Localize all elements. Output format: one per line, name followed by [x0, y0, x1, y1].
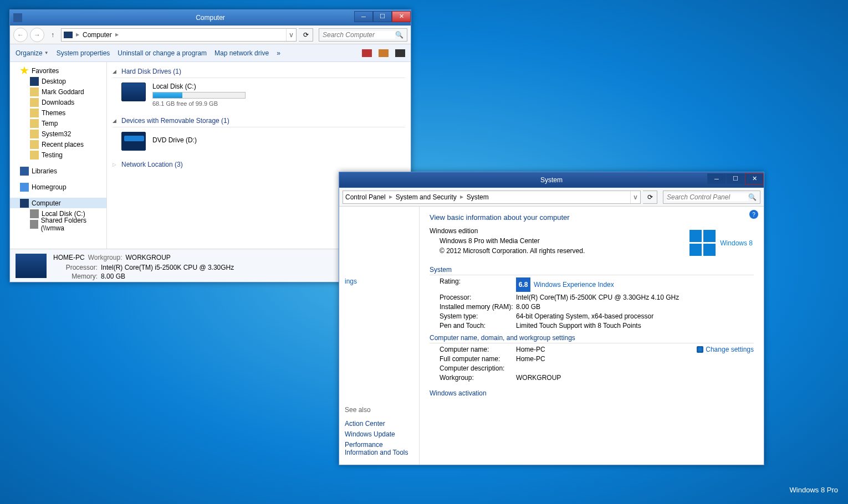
minimize-button[interactable]: ─	[354, 11, 373, 22]
system-section-header: System	[430, 266, 754, 275]
link-action-center[interactable]: Action Center	[345, 420, 413, 428]
windows-flag-icon	[689, 230, 716, 256]
forward-button[interactable]: →	[30, 28, 44, 42]
nav-user[interactable]: Mark Goddard	[10, 86, 106, 97]
drive-c[interactable]: Local Disk (C:) 68.1 GB free of 99.9 GB	[121, 83, 405, 107]
toolbar-icon-1[interactable]	[362, 49, 372, 57]
overflow-button[interactable]: »	[277, 49, 280, 57]
wg-value: WORKGROUP	[516, 374, 561, 382]
wei-link[interactable]: Windows Experience Index	[534, 281, 614, 289]
minimize-button[interactable]: ─	[707, 173, 726, 184]
computer-icon	[20, 199, 29, 208]
nav-desktop[interactable]: Desktop	[10, 76, 106, 86]
user-icon	[30, 88, 39, 96]
computer-thumb-icon	[16, 254, 47, 278]
desktop-icon	[30, 77, 39, 86]
close-button[interactable]: ✕	[392, 11, 411, 22]
maximize-button[interactable]: ☐	[373, 11, 392, 22]
help-button[interactable]: ?	[749, 210, 758, 219]
breadcrumb-1[interactable]: Control Panel	[343, 191, 388, 203]
chevron-right-icon[interactable]: ▶	[388, 194, 394, 199]
refresh-button[interactable]: ⟳	[299, 28, 313, 42]
breadcrumb-computer[interactable]: Computer	[80, 29, 114, 41]
computer-icon	[62, 29, 75, 41]
breadcrumb-3[interactable]: System	[464, 191, 491, 203]
section-hdd[interactable]: ◢Hard Disk Drives (1)	[113, 65, 405, 78]
search-box[interactable]: 🔍	[663, 191, 760, 204]
nav-libraries[interactable]: Libraries	[10, 166, 106, 176]
desktop-watermark: Windows 8 Pro	[790, 486, 838, 494]
address-dropdown[interactable]: v	[286, 29, 296, 41]
link-windows-update[interactable]: Windows Update	[345, 430, 413, 438]
titlebar[interactable]: System ─ ☐ ✕	[339, 172, 764, 188]
address-dropdown[interactable]: v	[630, 191, 640, 203]
side-panel: ings See also Action Center Windows Upda…	[339, 207, 420, 465]
nav-temp[interactable]: Temp	[10, 118, 106, 128]
nav-testing[interactable]: Testing	[10, 150, 106, 160]
systype-value: 64-bit Operating System, x64-based proce…	[516, 312, 653, 320]
nav-shared[interactable]: Shared Folders (\\vmwa	[10, 219, 106, 229]
hdd-icon	[121, 83, 146, 101]
nav-system32[interactable]: System32	[10, 128, 106, 139]
processor-value: Intel(R) Core(TM) i5-2500K CPU @ 3.30GHz…	[516, 294, 679, 301]
truncated-link[interactable]: ings	[345, 277, 413, 285]
collapse-icon: ◢	[113, 69, 118, 74]
close-button[interactable]: ✕	[745, 173, 764, 184]
maximize-button[interactable]: ☐	[726, 173, 745, 184]
chevron-right-icon[interactable]: ▶	[459, 194, 464, 199]
recent-icon	[30, 140, 39, 149]
libraries-icon	[20, 167, 29, 176]
titlebar[interactable]: Computer ─ ☐ ✕	[10, 10, 411, 25]
nav-favorites[interactable]: Favorites	[10, 65, 106, 76]
nav-downloads[interactable]: Downloads	[10, 97, 106, 107]
window-controls: ─ ☐ ✕	[354, 13, 411, 22]
folder-icon	[30, 151, 39, 160]
shield-icon	[697, 346, 703, 353]
network-drive-icon	[30, 220, 38, 229]
homegroup-icon	[20, 183, 29, 192]
system-main: ? View basic information about your comp…	[420, 207, 764, 465]
address-bar[interactable]: ▶ Computer ▶ v	[61, 28, 297, 42]
ram-label: Installed memory (RAM):	[440, 303, 516, 311]
map-drive-button[interactable]: Map network drive	[214, 49, 269, 57]
workgroup-label: Workgroup:	[88, 254, 122, 261]
breadcrumb-2[interactable]: System and Security	[394, 191, 459, 203]
search-icon: 🔍	[748, 193, 757, 201]
organize-menu[interactable]: Organize ▼	[16, 49, 49, 57]
nav-toolbar: Control Panel ▶ System and Security ▶ Sy…	[339, 188, 764, 207]
uninstall-button[interactable]: Uninstall or change a program	[118, 49, 207, 57]
search-input[interactable]	[323, 31, 395, 39]
section-network[interactable]: ▷Network Location (3)	[113, 158, 405, 171]
drive-dvd[interactable]: DVD Drive (D:)	[121, 132, 405, 151]
address-bar[interactable]: Control Panel ▶ System and Security ▶ Sy…	[343, 191, 641, 204]
nav-homegroup[interactable]: Homegroup	[10, 182, 106, 192]
section-removable[interactable]: ◢Devices with Removable Storage (1)	[113, 115, 405, 127]
system-properties-button[interactable]: System properties	[57, 49, 110, 57]
change-settings-link[interactable]: Change settings	[697, 346, 754, 353]
drive-name: DVD Drive (D:)	[152, 136, 197, 144]
ram-value: 8.00 GB	[516, 303, 540, 311]
toolbar-icon-2[interactable]	[379, 49, 389, 57]
rating-label: Rating:	[440, 277, 516, 292]
preview-pane-button[interactable]	[395, 49, 405, 57]
chevron-right-icon[interactable]: ▶	[114, 32, 120, 37]
folder-icon	[30, 98, 39, 107]
link-perf-info[interactable]: Performance Information and Tools	[345, 441, 413, 456]
pen-label: Pen and Touch:	[440, 322, 516, 330]
windows-logo-text: Windows 8	[720, 239, 753, 247]
star-icon	[20, 66, 29, 75]
windows-logo: Windows 8	[689, 230, 753, 256]
memory-label: Memory:	[53, 272, 98, 280]
nav-computer[interactable]: Computer	[10, 198, 106, 208]
search-box[interactable]: 🔍	[319, 28, 407, 42]
up-button[interactable]: ↑	[47, 29, 59, 41]
search-input[interactable]	[667, 193, 748, 201]
nav-themes[interactable]: Themes	[10, 107, 106, 118]
command-bar: Organize ▼ System properties Uninstall o…	[10, 44, 411, 62]
chevron-right-icon[interactable]: ▶	[75, 32, 80, 37]
refresh-button[interactable]: ⟳	[643, 191, 657, 204]
nav-recent[interactable]: Recent places	[10, 139, 106, 150]
expand-icon: ▷	[113, 162, 118, 167]
rating-value: 6.8 Windows Experience Index	[516, 277, 614, 292]
back-button[interactable]: ←	[13, 28, 28, 42]
